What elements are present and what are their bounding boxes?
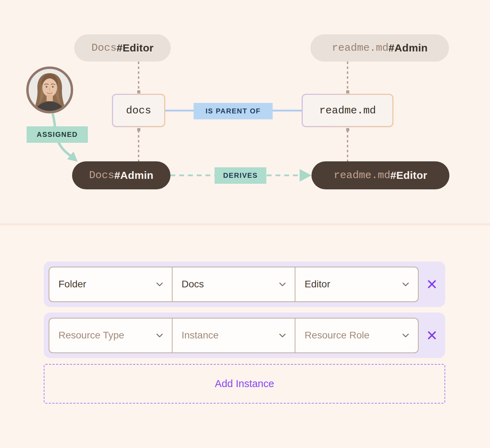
chevron-down-icon (278, 280, 287, 289)
relation-role: #Admin (114, 169, 154, 181)
relation-pill-docs-editor[interactable]: Docs#Editor (74, 34, 171, 62)
assignment-selects: Resource Type Instance Resource Role (49, 318, 419, 353)
close-icon (426, 279, 438, 290)
resource-type-select[interactable]: Resource Type (49, 318, 173, 353)
select-value: Folder (58, 279, 86, 290)
relation-pill-docs-admin[interactable]: Docs#Admin (72, 161, 170, 189)
select-value: Docs (182, 279, 204, 290)
chevron-down-icon (155, 331, 164, 340)
assignment-row-filled: Folder Docs Editor (44, 261, 445, 307)
close-icon (426, 330, 438, 341)
relation-pill-readme-admin[interactable]: readme.md#Admin (310, 34, 449, 62)
edge-label-is-parent-of: IS PARENT OF (194, 103, 273, 119)
derives-arrowhead-icon (300, 169, 312, 182)
relation-object: Docs (91, 42, 117, 54)
resource-role-select[interactable]: Resource Role (295, 318, 419, 353)
remove-row-button[interactable] (419, 267, 445, 302)
permissions-diagram: Docs#Editor readme.md#Admin docs readme.… (0, 0, 490, 224)
edge-label-derives: DERIVES (215, 167, 266, 184)
remove-row-button[interactable] (419, 318, 445, 353)
port-handle (346, 128, 349, 131)
resource-type-select[interactable]: Folder (49, 267, 173, 302)
node-docs-label: docs (113, 95, 164, 126)
resource-role-select[interactable]: Editor (295, 267, 419, 302)
assignment-row-empty: Resource Type Instance Resource Role (44, 313, 445, 358)
select-value: Editor (304, 279, 330, 290)
instance-select[interactable]: Instance (172, 318, 296, 353)
node-docs[interactable]: docs (112, 94, 165, 127)
relation-object: readme.md (332, 42, 388, 54)
assignment-selects: Folder Docs Editor (49, 267, 419, 302)
chevron-down-icon (401, 280, 410, 289)
select-placeholder: Resource Type (58, 330, 124, 341)
port-handle (346, 90, 349, 93)
woman-portrait-icon (29, 69, 71, 111)
relation-role: #Editor (390, 169, 427, 181)
chevron-down-icon (401, 331, 410, 340)
node-readme[interactable]: readme.md (302, 94, 393, 127)
assigned-instances-panel: Assigned Instances for Jane Doe Folder D… (0, 225, 490, 448)
select-placeholder: Resource Role (304, 330, 369, 341)
edge-label-assigned: ASSIGNED (27, 126, 88, 143)
relation-object: Docs (89, 169, 114, 181)
chevron-down-icon (278, 331, 287, 340)
select-placeholder: Instance (182, 330, 219, 341)
node-readme-label: readme.md (303, 95, 392, 126)
chevron-down-icon (155, 280, 164, 289)
relation-role: #Admin (388, 42, 428, 54)
relation-role: #Editor (117, 42, 153, 54)
relation-pill-readme-editor[interactable]: readme.md#Editor (312, 161, 449, 189)
instance-select[interactable]: Docs (172, 267, 296, 302)
jane-doe-avatar[interactable] (26, 66, 73, 113)
port-handle (137, 128, 140, 131)
add-instance-button[interactable]: Add Instance (44, 364, 445, 404)
port-handle (137, 90, 140, 93)
relation-object: readme.md (334, 169, 390, 181)
